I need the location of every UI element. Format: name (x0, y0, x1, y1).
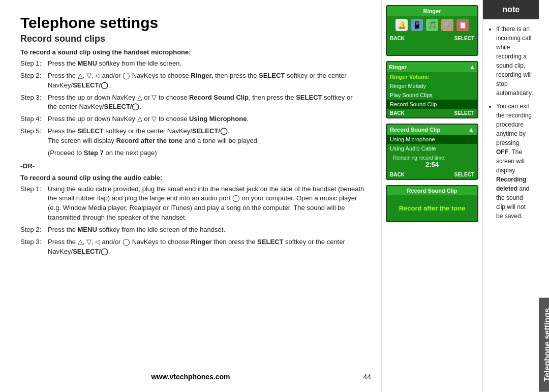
screen3-back: BACK (390, 172, 405, 177)
note-badge: note (483, 0, 539, 19)
screen3-select: SELECT (454, 172, 474, 177)
screen2-header: Ringer ▲ (387, 62, 477, 72)
screen2-select: SELECT (454, 110, 474, 116)
menu-item-record-sound: Record Sound Clip (387, 100, 477, 109)
icon-music: 🎵 (426, 19, 438, 31)
handset-label: To record a sound clip using the handset… (20, 48, 366, 56)
step-row: Step 3: Press the up or down NavKey △ or… (20, 93, 366, 112)
footer-url: www.vtechphones.com (0, 373, 381, 381)
page-title: Telephone settings (20, 14, 366, 32)
or-divider: -OR- (20, 162, 366, 170)
tone-text: Record after the tone (391, 200, 473, 216)
step-row: Step 2: Press the MENU softkey from the … (20, 225, 366, 235)
main-content: Telephone settings Record sound clips To… (0, 0, 381, 392)
screen2-footer: BACK SELECT (387, 109, 477, 117)
scroll-arrow-up: ▲ (469, 64, 475, 71)
step-row: Step 2: Press the △, ▽, ◁ and/or ◯ NavKe… (20, 71, 366, 91)
icon-phone: 📱 (411, 19, 423, 31)
step-row: Step 1: Using the audio cable provided, … (20, 185, 366, 223)
submenu-using-cable: Using Audio Cable (387, 144, 477, 153)
note-bullet-2: You can exit the recording procedure any… (496, 102, 533, 221)
remaining-label: Remaining record time: (390, 154, 474, 161)
icon-gear: ⚙️ (441, 19, 453, 31)
menu-item-play-sound: Play Sound Clips (387, 91, 477, 100)
phone-screen-2: Ringer ▲ Ringer Volume Ringer Melody Pla… (386, 61, 478, 118)
phone-screen-3: Record Sound Clip ▲ Using Microphone Usi… (386, 124, 478, 180)
sidebar-inner: note If there is an incoming call while … (483, 0, 549, 392)
menu-item-ringer-volume: Ringer Volume (387, 72, 477, 81)
section-title: Record sound clips (20, 34, 366, 44)
time-value: 2:54 (390, 161, 474, 169)
note-bullet-1: If there is an incoming call while recor… (496, 24, 533, 98)
step-row: Step 3: Press the △, ▽, ◁ and/or ◯ NavKe… (20, 237, 366, 257)
handset-steps: Step 1: Press the MENU softkey from the … (20, 59, 366, 158)
vertical-tab-label: Telephone settings (539, 298, 549, 392)
screen1-icons: 🔔 📱 🎵 ⚙️ 📋 (387, 16, 477, 34)
page-number: 44 (363, 373, 371, 381)
screen1-footer: BACK SELECT (387, 34, 477, 43)
screenshots-column: Ringer 🔔 📱 🎵 ⚙️ 📋 BACK SELECT Ringer ▲ R… (381, 0, 483, 392)
audio-label: To record a sound clip using the audio c… (20, 174, 366, 182)
right-sidebar: note If there is an incoming call while … (483, 0, 549, 392)
screen1-header: Ringer (423, 8, 441, 14)
phone-screen-1: Ringer 🔔 📱 🎵 ⚙️ 📋 BACK SELECT (386, 5, 478, 56)
scroll-arrow-up-3: ▲ (468, 126, 474, 133)
step-row: Step 5: Press the SELECT softkey or the … (20, 127, 366, 146)
screen4-header: Record Sound Clip (387, 186, 477, 195)
icon-bell: 🔔 (395, 19, 408, 31)
step-row: (Proceed to Step 7 on the next page) (20, 148, 366, 158)
screen4-body: Record after the tone (387, 195, 477, 221)
screen2-back: BACK (390, 110, 405, 116)
phone-screen-4: Record Sound Clip Record after the tone (386, 185, 478, 222)
screen3-footer: BACK SELECT (387, 170, 477, 179)
screen3-header: Record Sound Clip ▲ (387, 125, 477, 135)
icon-list: 📋 (456, 19, 469, 31)
menu-item-ringer-melody: Ringer Melody (387, 81, 477, 91)
audio-steps: Step 1: Using the audio cable provided, … (20, 185, 366, 257)
submenu-using-mic: Using Microphone (387, 135, 477, 144)
step-row: Step 4: Press the up or down NavKey △ or… (20, 114, 366, 124)
step-row: Step 1: Press the MENU softkey from the … (20, 59, 366, 69)
screen1-back: BACK (390, 36, 405, 41)
screen1-select: SELECT (454, 36, 474, 41)
note-content: If there is an incoming call while recor… (483, 19, 539, 392)
